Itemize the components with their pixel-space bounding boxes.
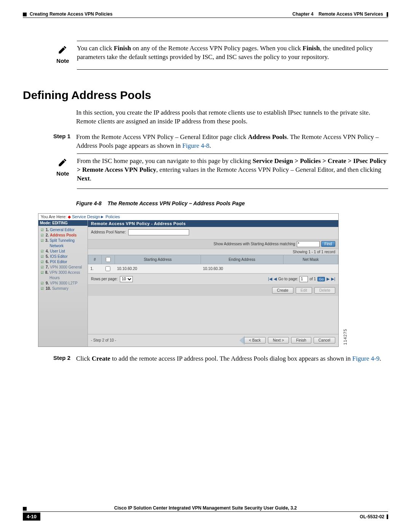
step-text: Click Create to add the remote access IP… xyxy=(76,355,388,363)
prev-page-icon[interactable]: ◀ xyxy=(274,276,277,281)
next-page-icon[interactable]: ▶ xyxy=(327,276,330,281)
row-checkbox[interactable] xyxy=(105,266,110,271)
sidebar-item-label: General Editor xyxy=(50,227,74,233)
check-icon: ☑ xyxy=(41,286,45,291)
pool-name-label: Address Pool Name: xyxy=(91,230,126,234)
col-index: # xyxy=(88,255,102,264)
last-page-icon[interactable]: ▶| xyxy=(331,276,335,281)
pool-name-input[interactable] xyxy=(128,229,189,235)
find-button[interactable]: Find xyxy=(321,241,335,247)
wizard-step-indicator: - Step 2 of 10 - xyxy=(91,338,116,342)
goto-of: of 1 xyxy=(309,277,316,281)
header-right: Chapter 4 Remote Access VPN Services xyxy=(292,11,388,17)
note-label: Note xyxy=(56,170,69,177)
goto-label: Go to page: xyxy=(278,277,298,281)
col-start[interactable]: Starting Address xyxy=(115,255,201,264)
figure-link[interactable]: Figure 4-9 xyxy=(352,355,379,362)
rows-per-page-label: Rows per page: xyxy=(91,277,118,281)
section-heading: Defining Address Pools xyxy=(23,89,388,102)
cancel-button[interactable]: Cancel xyxy=(314,337,335,343)
next-button[interactable]: Next > xyxy=(268,337,289,343)
cell-mask xyxy=(283,264,338,273)
screenshot-figure: You Are Here: ◆ Service Design► Policies… xyxy=(38,213,339,347)
running-header: Creating Remote Access VPN Policies Chap… xyxy=(23,11,388,17)
pencil-icon xyxy=(57,44,68,56)
breadcrumb-link[interactable]: Policies xyxy=(105,214,120,219)
note-block-1: Note You can click Finish on any of the … xyxy=(53,41,388,70)
mode-bar: Mode: EDITING xyxy=(38,220,88,226)
header-left: Creating Remote Access VPN Policies xyxy=(23,11,113,17)
sidebar-item-label: VPN 3000 L2TP xyxy=(50,281,77,286)
filter-input[interactable] xyxy=(297,241,320,247)
address-pool-table: # Starting Address Ending Address Net Ma… xyxy=(88,255,338,273)
check-icon: ☑ xyxy=(41,227,45,233)
sidebar-item: ☑8.VPN 3000 Access Hours xyxy=(41,270,86,281)
delete-button[interactable]: Delete xyxy=(314,287,335,294)
note-label: Note xyxy=(56,58,69,64)
note-text: From the ISC home page, you can navigate… xyxy=(77,157,388,183)
sidebar-item[interactable]: ☑3.Split Tunneling Network xyxy=(41,238,86,249)
intro-text: In this section, you create the IP addre… xyxy=(76,109,388,126)
sidebar-item-label: PIX Editor xyxy=(50,259,67,265)
header-rule xyxy=(23,18,388,18)
go-button[interactable]: Go xyxy=(317,277,325,281)
check-icon: ☑ xyxy=(41,233,45,238)
wizard-sidebar: Mode: EDITING ☑1.General Editor☑2.Addres… xyxy=(38,220,88,347)
step-label: Step 1 xyxy=(53,133,76,150)
step-2: Step 2 Click Create to add the remote ac… xyxy=(53,355,388,363)
step-1: Step 1 From the Remote Access VPN Policy… xyxy=(53,133,388,150)
sidebar-item-label: VPN 3000 Access Hours xyxy=(49,270,86,281)
pencil-icon xyxy=(57,157,68,169)
breadcrumb: You Are Here: ◆ Service Design► Policies xyxy=(38,214,338,220)
sidebar-item-label: VPN 3000 General xyxy=(50,265,82,270)
check-icon: ☑ xyxy=(41,259,45,265)
sidebar-item-label: Summary xyxy=(52,286,68,291)
page-footer: Cisco IP Solution Center Integrated VPN … xyxy=(23,505,388,521)
cell-start: 10.10.60.20 xyxy=(115,264,201,273)
finish-button[interactable]: Finish xyxy=(291,337,311,343)
cell-end: 10.10.60.30 xyxy=(201,264,283,273)
goto-page-input[interactable] xyxy=(299,276,308,282)
check-icon: ☑ xyxy=(41,249,45,254)
sidebar-item[interactable]: ☑5.IOS Editor xyxy=(41,254,86,259)
sidebar-item-label: Split Tunneling Network xyxy=(49,238,86,249)
records-count: Showing 1 - 1 of 1 record xyxy=(88,249,338,255)
figure-caption: Figure 4-8 The Remote Access VPN Policy … xyxy=(76,200,388,206)
check-icon: ☑ xyxy=(41,238,44,249)
table-row: 1. 10.10.60.20 10.10.60.30 xyxy=(88,264,338,273)
figure-ref-number: 114275 xyxy=(343,329,347,345)
back-button[interactable]: < Back xyxy=(244,337,266,343)
sidebar-item[interactable]: ☑6.PIX Editor xyxy=(41,259,86,265)
select-all-checkbox[interactable] xyxy=(106,257,111,262)
check-icon: ☑ xyxy=(41,281,45,286)
sidebar-item[interactable]: ☑1.General Editor xyxy=(41,227,86,233)
edit-button[interactable]: Edit xyxy=(296,287,312,294)
sidebar-item[interactable]: ☑4.User List xyxy=(41,249,86,254)
filter-label: Show Addresses with Starting Address mat… xyxy=(213,242,295,246)
page-number: 4-10 xyxy=(23,513,40,521)
create-button[interactable]: Create xyxy=(272,287,293,294)
panel-title: Remote Access VPN Policy - Address Pools xyxy=(88,220,338,227)
figure-link[interactable]: Figure 4-8 xyxy=(182,142,209,149)
footer-doc-title: Cisco IP Solution Center Integrated VPN … xyxy=(23,505,388,512)
rows-per-page-select[interactable]: 10 xyxy=(120,276,133,282)
doc-number: OL-5532-02 xyxy=(360,514,388,519)
check-icon: ☑ xyxy=(41,265,45,270)
check-icon: ☑ xyxy=(41,270,44,281)
col-end[interactable]: Ending Address xyxy=(201,255,283,264)
breadcrumb-link[interactable]: Service Design xyxy=(72,214,100,219)
first-page-icon[interactable]: |◀ xyxy=(268,276,272,281)
note-text: You can click Finish on any of the Remot… xyxy=(77,44,388,62)
sidebar-item[interactable]: ☑2.Address Pools xyxy=(41,233,86,238)
step-text: From the Remote Access VPN Policy – Gene… xyxy=(76,133,388,150)
note-block-2: Note From the ISC home page, you can nav… xyxy=(53,153,388,189)
sidebar-item: ☑9.VPN 3000 L2TP xyxy=(41,281,86,286)
sidebar-item-label: User List xyxy=(50,249,65,254)
sidebar-item: ☑7.VPN 3000 General xyxy=(41,265,86,270)
sidebar-item: ☑10.Summary xyxy=(41,286,86,291)
sidebar-item-label: IOS Editor xyxy=(50,254,67,259)
check-icon: ☑ xyxy=(41,254,45,259)
col-mask[interactable]: Net Mask xyxy=(283,255,338,264)
step-label: Step 2 xyxy=(53,355,76,363)
sidebar-item-label: Address Pools xyxy=(50,233,76,238)
